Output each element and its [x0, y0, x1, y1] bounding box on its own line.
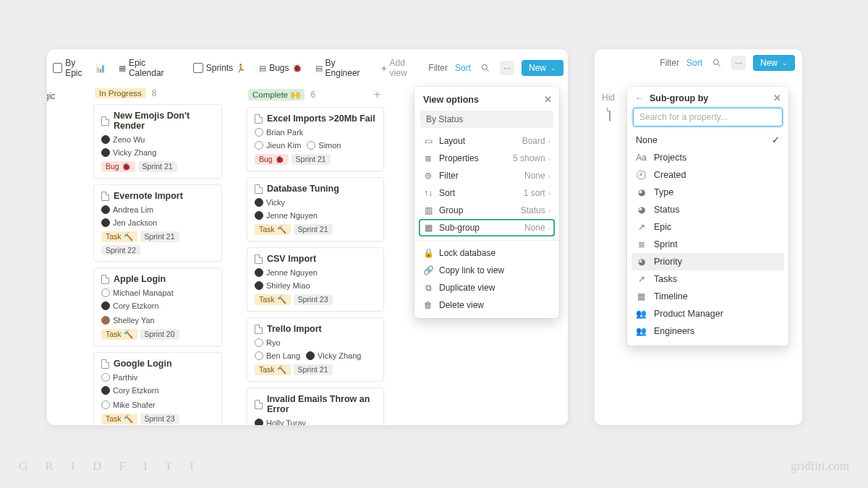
person: Holly Turay — [255, 419, 306, 425]
action-delete[interactable]: 🗑Delete view — [414, 296, 559, 314]
stage: By Epic 📊 Epic Calendar Sprints 🏃 Bugs 🐞… — [0, 0, 868, 488]
sort-button[interactable]: Sort — [686, 58, 702, 68]
assignee-row: Ben LangVicky Zhang — [255, 351, 376, 360]
sort-icon: ↑↓ — [423, 188, 433, 198]
task-card[interactable]: CSV ImportJenne NguyenShirley MiaoTask 🔨… — [247, 247, 384, 312]
close-icon[interactable]: ✕ — [773, 93, 781, 103]
property-epic[interactable]: ↗Epic — [627, 218, 788, 236]
assignee-row: Shirley Miao — [255, 281, 376, 290]
property-status[interactable]: ◕Status — [627, 201, 788, 218]
property-priority[interactable]: ◕Priority — [631, 253, 784, 270]
avatar — [101, 218, 110, 227]
page-icon — [101, 192, 109, 201]
action-lock[interactable]: 🔒Lock database — [414, 244, 559, 262]
property-tasks[interactable]: ↗Tasks — [627, 270, 788, 288]
svg-point-2 — [713, 59, 718, 64]
option-filter[interactable]: ⊜FilterNone› — [414, 167, 559, 184]
new-button[interactable]: New⌄ — [753, 55, 795, 71]
property-created[interactable]: 🕘Created — [627, 166, 788, 184]
assignee-row: Vicky — [255, 198, 376, 207]
tag-task: Task 🔨 — [255, 224, 291, 235]
filter-icon: ⊜ — [423, 171, 433, 181]
add-view-button[interactable]: +Add view — [377, 55, 427, 81]
person: Brian Park — [255, 128, 303, 137]
card-title: Excel Imports >20Mb Fail — [255, 114, 376, 124]
new-button[interactable]: New⌄ — [522, 60, 563, 76]
more-icon[interactable]: ··· — [500, 61, 514, 75]
task-card[interactable]: Excel Imports >20Mb FailBrian ParkJieun … — [247, 107, 384, 171]
task-card[interactable]: Evernote ImportAndrea LimJen JacksonTask… — [93, 184, 222, 262]
plus-icon: + — [381, 63, 387, 74]
option-sort[interactable]: ↑↓Sort1 sort› — [414, 184, 559, 202]
search-input[interactable] — [633, 108, 783, 127]
action-copy-link[interactable]: 🔗Copy link to view — [414, 262, 559, 279]
avatar — [255, 211, 263, 220]
view-name-input[interactable]: By Status — [420, 111, 553, 128]
tab-by-epic[interactable]: By Epic 📊 — [47, 55, 111, 81]
view-tabs: By Epic 📊 Epic Calendar Sprints 🏃 Bugs 🐞… — [47, 49, 568, 81]
property-sprint[interactable]: ≣Sprint — [627, 236, 788, 253]
column-cards: Excel Imports >20Mb FailBrian ParkJieun … — [239, 107, 391, 425]
column-in-progress: In Progress 8 New Emojis Don't RenderZen… — [86, 85, 229, 425]
subgroup-icon: ▦ — [423, 223, 433, 233]
avatar — [101, 386, 110, 395]
tag-task: Task 🔨 — [101, 231, 137, 242]
action-duplicate[interactable]: ⧉Duplicate view — [414, 279, 559, 296]
option-group[interactable]: ▥GroupStatus› — [414, 202, 559, 219]
page-icon — [255, 254, 263, 264]
task-card[interactable]: Trello ImportRyoBen LangVicky ZhangTask … — [247, 317, 384, 382]
person: Simon — [307, 141, 341, 150]
tag-row: Task 🔨Sprint 21Sprint 22 — [101, 231, 214, 255]
property-projects[interactable]: AaProjects — [627, 149, 788, 166]
tag-bug: Bug 🐞 — [255, 154, 289, 165]
tab-sprints[interactable]: Sprints 🏃 — [187, 60, 252, 76]
task-card[interactable]: New Emojis Don't RenderZeno WuVicky Zhan… — [93, 104, 222, 179]
property-timeline[interactable]: ▦Timeline — [627, 288, 788, 305]
filter-button[interactable]: Filter — [660, 58, 679, 68]
tag-sprint: Sprint 21 — [294, 364, 333, 375]
tag-sprint: Sprint 20 — [140, 329, 179, 340]
property-type-icon: ≣ — [636, 239, 647, 249]
assignee-row: Michael Manapat — [101, 288, 214, 297]
property-engineers[interactable]: 👥Engineers — [627, 322, 788, 340]
property-type-icon: 🕘 — [636, 170, 647, 180]
filter-button[interactable]: Filter — [428, 63, 448, 73]
tab-epic-calendar[interactable]: Epic Calendar — [113, 55, 186, 81]
property-product-manager[interactable]: 👥Product Manager — [627, 305, 788, 322]
column-header[interactable]: In Progress 8 — [86, 85, 229, 104]
option-subgroup[interactable]: ▦Sub-groupNone› — [419, 219, 555, 236]
search-icon[interactable] — [710, 56, 724, 70]
card-title: Google Login — [101, 359, 214, 369]
task-card[interactable]: Database TuningVickyJenne NguyenTask 🔨Sp… — [247, 177, 384, 241]
assignee-row: Jenne Nguyen — [255, 268, 376, 277]
search-icon[interactable] — [478, 61, 493, 75]
property-none[interactable]: None ✓ — [627, 131, 788, 149]
avatar — [101, 148, 110, 157]
tag-row: Task 🔨Sprint 23 — [255, 294, 376, 305]
column-header[interactable]: Complete 🙌 6 + — [239, 85, 391, 107]
page-icon — [101, 275, 109, 284]
tag-row: Task 🔨Sprint 21 — [255, 224, 376, 235]
task-card[interactable]: Invalid Emails Throw an ErrorHolly Turay — [247, 388, 384, 425]
tab-by-engineer[interactable]: By Engineer — [310, 55, 375, 81]
avatar — [255, 128, 263, 137]
tab-bugs[interactable]: Bugs 🐞 — [253, 60, 307, 76]
task-card[interactable]: Apple LoginMichael ManapatCory EtzkornSh… — [93, 267, 222, 346]
cut-column: gic — [47, 85, 76, 425]
tag-task: Task 🔨 — [255, 294, 291, 305]
assignee-row: Andrea Lim — [101, 205, 214, 214]
back-icon[interactable]: ← — [634, 93, 644, 103]
card-title: Trello Import — [255, 324, 376, 334]
option-layout[interactable]: ▭LayoutBoard› — [414, 132, 559, 150]
sort-button[interactable]: Sort — [455, 63, 471, 73]
more-icon[interactable]: ··· — [731, 56, 746, 70]
property-search[interactable] — [633, 108, 783, 127]
property-type[interactable]: ◕Type — [627, 184, 788, 201]
option-properties[interactable]: ≣Properties5 shown› — [414, 150, 559, 167]
chevron-right-icon: › — [548, 172, 550, 180]
task-card[interactable]: Google LoginParthivCory EtzkornMike Shaf… — [93, 352, 222, 425]
main-panel: By Epic 📊 Epic Calendar Sprints 🏃 Bugs 🐞… — [47, 49, 568, 425]
close-icon[interactable]: ✕ — [544, 94, 552, 105]
tag-row: Task 🔨Sprint 23 — [101, 414, 214, 424]
add-card-icon[interactable]: + — [374, 88, 380, 101]
